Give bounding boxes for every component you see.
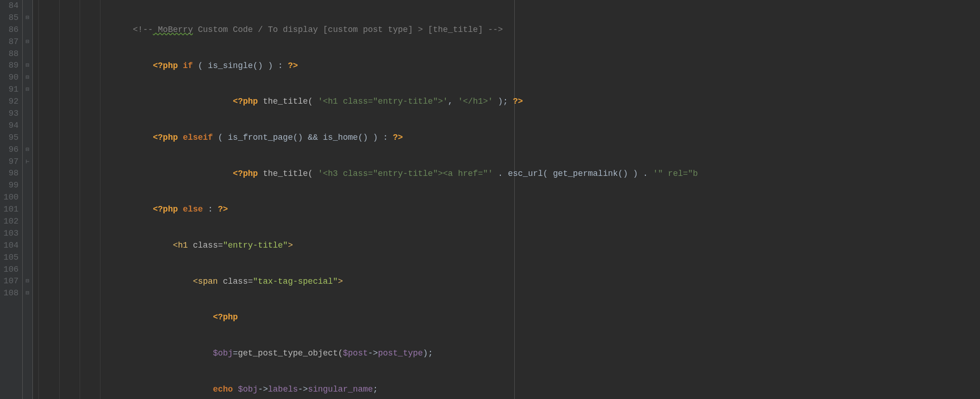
line-number[interactable]: 95 [0,132,19,144]
fold-marker[interactable] [23,120,32,132]
line-number[interactable]: 86 [0,24,19,36]
line-number[interactable]: 103 [0,228,19,240]
fold-marker[interactable] [23,96,32,108]
fold-marker[interactable] [23,228,32,240]
code-line[interactable]: <?php if ( is_single() ) : ?> [33,60,980,72]
code-editor: 84 85 86 87 88 89 90 91 92 93 94 95 96 9… [0,0,980,399]
code-content[interactable]: <!-- MoBerry Custom Code / To display [c… [33,0,980,399]
fold-marker[interactable] [23,168,32,180]
fold-marker[interactable]: ⊟ [23,12,32,24]
line-number[interactable]: 99 [0,180,19,192]
code-line[interactable]: <h1 class="entry-title"> [33,240,980,252]
line-number[interactable]: 97 [0,156,19,168]
code-line[interactable]: <?php the_title( '<h1 class="entry-title… [33,96,980,108]
code-line[interactable]: $obj=get_post_type_object($post->post_ty… [33,348,980,360]
line-number[interactable]: 84 [0,0,19,12]
code-line[interactable]: <?php elseif ( is_front_page() && is_hom… [33,132,980,144]
code-line[interactable]: echo $obj->labels->singular_name; [33,384,980,396]
line-number[interactable]: 100 [0,192,19,204]
fold-marker[interactable] [23,252,32,264]
line-number[interactable]: 108 [0,287,19,299]
line-number[interactable]: 104 [0,240,19,252]
line-number[interactable]: 102 [0,216,19,228]
fold-marker[interactable]: ⊟ [23,144,32,156]
fold-marker[interactable] [23,192,32,204]
line-number[interactable]: 88 [0,48,19,60]
line-number[interactable]: 107 [0,275,19,287]
line-number-gutter[interactable]: 84 85 86 87 88 89 90 91 92 93 94 95 96 9… [0,0,23,399]
code-line[interactable]: <span class="tax-tag-special"> [33,276,980,288]
line-number[interactable]: 105 [0,252,19,264]
line-number[interactable]: 106 [0,264,19,276]
fold-marker[interactable] [23,204,32,216]
fold-marker[interactable]: ⊟ [23,287,32,299]
fold-marker[interactable]: ⊟ [23,36,32,48]
fold-marker[interactable]: ⊟ [23,72,32,84]
fold-marker[interactable] [23,0,32,12]
code-line[interactable]: <!-- MoBerry Custom Code / To display [c… [33,24,980,36]
fold-marker[interactable]: ⊟ [23,275,32,287]
code-line[interactable]: <?php the_title( '<h3 class="entry-title… [33,168,980,180]
fold-marker[interactable] [23,108,32,120]
line-number[interactable]: 89 [0,60,19,72]
line-number[interactable]: 94 [0,120,19,132]
code-line[interactable]: <?php [33,312,980,324]
code-line[interactable]: <?php else : ?> [33,204,980,216]
fold-marker[interactable] [23,264,32,276]
line-number[interactable]: 85 [0,12,19,24]
line-number[interactable]: 91 [0,84,19,96]
line-number[interactable]: 92 [0,96,19,108]
line-number[interactable]: 96 [0,144,19,156]
fold-marker[interactable] [23,132,32,144]
fold-marker[interactable] [23,180,32,192]
line-number[interactable]: 87 [0,36,19,48]
fold-marker[interactable] [23,216,32,228]
line-number[interactable]: 98 [0,168,19,180]
line-number[interactable]: 90 [0,72,19,84]
fold-marker[interactable]: ⊢ [23,156,32,168]
code-area[interactable]: <!-- MoBerry Custom Code / To display [c… [33,0,980,399]
line-number[interactable]: 101 [0,204,19,216]
fold-marker[interactable] [23,48,32,60]
fold-marker[interactable] [23,24,32,36]
fold-marker[interactable]: ⊟ [23,84,32,96]
line-number[interactable]: 93 [0,108,19,120]
fold-marker[interactable] [23,240,32,252]
fold-gutter[interactable]: ⊟ ⊟ ⊟ ⊟ ⊟ ⊟ ⊢ ⊟ ⊟ [23,0,33,399]
fold-marker[interactable]: ⊟ [23,60,32,72]
